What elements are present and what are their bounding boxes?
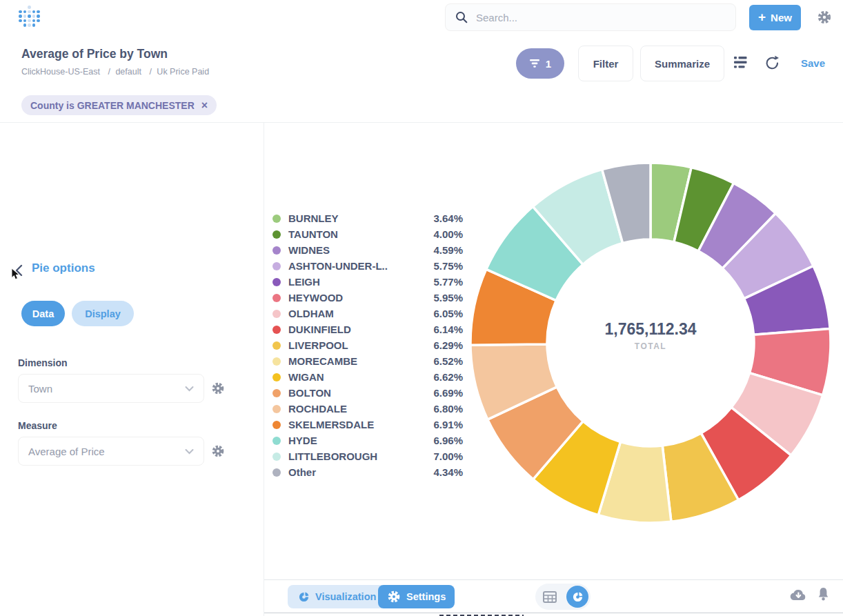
new-button-label: New: [771, 12, 792, 23]
legend-swatch-icon: [272, 278, 281, 286]
tab-display[interactable]: Display: [72, 301, 134, 326]
legend-percent: 6.62%: [419, 371, 463, 383]
legend-percent: 4.59%: [419, 244, 463, 256]
legend-percent: 6.14%: [419, 324, 463, 335]
filter-chip[interactable]: County is GREATER MANCHESTER ×: [21, 95, 217, 115]
legend-label: WIGAN: [288, 371, 419, 383]
legend-label: OLDHAM: [288, 308, 419, 319]
legend-item[interactable]: MORECAMBE6.52%: [272, 353, 463, 369]
legend-swatch-icon: [272, 453, 281, 461]
legend-percent: 6.80%: [419, 403, 463, 415]
chart-view-icon[interactable]: [566, 586, 588, 608]
legend-item[interactable]: ROCHDALE6.80%: [272, 401, 463, 417]
legend-item[interactable]: HEYWOOD5.95%: [272, 290, 463, 306]
legend-swatch-icon: [272, 405, 281, 413]
measure-select[interactable]: Average of Price: [18, 437, 204, 466]
legend-percent: 3.64%: [419, 212, 463, 224]
legend-item[interactable]: WIDNES4.59%: [272, 242, 463, 258]
download-icon[interactable]: [790, 588, 807, 604]
legend-label: MORECAMBE: [288, 355, 419, 367]
filter-chip-label: County is GREATER MANCHESTER: [30, 100, 195, 111]
legend-swatch-icon: [272, 262, 281, 270]
legend-percent: 4.34%: [419, 466, 463, 478]
new-button[interactable]: + New: [749, 5, 801, 30]
breadcrumb-separator: /: [108, 67, 110, 77]
pie-chart-icon: [298, 591, 310, 603]
legend-item[interactable]: LITTLEBOROUGH7.00%: [272, 448, 463, 464]
legend-swatch-icon: [272, 437, 281, 445]
legend-swatch-icon: [272, 421, 281, 429]
legend-label: Other: [288, 466, 419, 478]
legend-item[interactable]: SKELMERSDALE6.91%: [272, 417, 463, 433]
metabase-logo-icon[interactable]: [19, 6, 42, 29]
logo-dot: [23, 10, 27, 14]
settings-button[interactable]: Settings: [378, 585, 455, 608]
measure-settings-gear-icon[interactable]: [211, 444, 225, 461]
logo-dot: [19, 14, 22, 18]
legend-percent: 6.91%: [419, 419, 463, 430]
gear-icon: [387, 590, 401, 604]
legend-percent: 6.05%: [419, 308, 463, 319]
save-button[interactable]: Save: [801, 57, 825, 69]
pie-chart-svg: [464, 157, 837, 529]
logo-dot: [37, 19, 40, 23]
measure-label: Measure: [18, 420, 57, 431]
breadcrumb-database[interactable]: ClickHouse-US-East: [21, 67, 100, 77]
funnel-icon: [529, 59, 540, 68]
legend-item[interactable]: HYDE6.96%: [272, 433, 463, 448]
search-input[interactable]: [475, 11, 712, 24]
visualization-button[interactable]: Visualization: [288, 585, 386, 608]
legend-label: LIVERPOOL: [288, 339, 419, 351]
breadcrumb-table[interactable]: Uk Price Paid: [157, 67, 209, 77]
admin-gear-icon[interactable]: [817, 10, 832, 28]
legend-item[interactable]: OLDHAM6.05%: [272, 306, 463, 321]
logo-dot: [28, 19, 31, 23]
legend-percent: 6.69%: [419, 387, 463, 399]
legend-item[interactable]: BURNLEY3.64%: [272, 210, 463, 226]
chevron-down-icon: [185, 386, 194, 392]
legend-percent: 5.75%: [419, 260, 463, 272]
legend-swatch-icon: [272, 357, 281, 366]
logo-dot: [37, 10, 40, 14]
tab-data[interactable]: Data: [21, 301, 65, 326]
filter-button[interactable]: Filter: [578, 46, 633, 81]
legend-item[interactable]: WIGAN6.62%: [272, 369, 463, 385]
applied-filter-count-pill[interactable]: 1: [516, 48, 564, 79]
logo-dot: [23, 19, 27, 23]
refresh-icon[interactable]: [764, 55, 780, 74]
table-view-icon[interactable]: [543, 591, 557, 603]
logo-dot: [32, 10, 36, 14]
plus-icon: +: [758, 10, 766, 23]
legend-item[interactable]: BOLTON6.69%: [272, 385, 463, 401]
legend-swatch-icon: [272, 468, 281, 477]
bell-icon[interactable]: [817, 587, 830, 604]
legend-label: BOLTON: [288, 387, 419, 399]
dimension-settings-gear-icon[interactable]: [211, 381, 225, 398]
dimension-select[interactable]: Town: [18, 374, 204, 403]
legend-item[interactable]: LEIGH5.77%: [272, 274, 463, 290]
search-bar[interactable]: [445, 3, 736, 31]
logo-dot: [19, 19, 22, 23]
legend-label: HYDE: [288, 435, 419, 446]
logo-dot: [32, 14, 36, 18]
remove-filter-icon[interactable]: ×: [201, 100, 208, 111]
question-title[interactable]: Average of Price by Town: [21, 47, 168, 61]
back-chevron-icon[interactable]: [15, 264, 23, 279]
legend-percent: 6.96%: [419, 435, 463, 446]
legend-label: LITTLEBOROUGH: [288, 450, 419, 462]
legend-item[interactable]: Other4.34%: [272, 464, 463, 480]
legend-swatch-icon: [272, 215, 281, 223]
legend-item[interactable]: ASHTON-UNDER-L..5.75%: [272, 258, 463, 274]
dimension-label: Dimension: [18, 357, 68, 368]
breadcrumb-schema[interactable]: default: [115, 67, 141, 77]
notebook-editor-icon[interactable]: [734, 57, 749, 71]
legend-swatch-icon: [272, 389, 281, 397]
pie-legend: BURNLEY3.64%TAUNTON4.00%WIDNES4.59%ASHTO…: [272, 210, 463, 480]
legend-item[interactable]: TAUNTON4.00%: [272, 226, 463, 242]
visualization-panel: BURNLEY3.64%TAUNTON4.00%WIDNES4.59%ASHTO…: [264, 123, 843, 579]
legend-label: TAUNTON: [288, 228, 419, 240]
summarize-button[interactable]: Summarize: [640, 46, 724, 81]
legend-swatch-icon: [272, 310, 281, 318]
legend-item[interactable]: DUKINFIELD6.14%: [272, 321, 463, 337]
legend-item[interactable]: LIVERPOOL6.29%: [272, 337, 463, 353]
